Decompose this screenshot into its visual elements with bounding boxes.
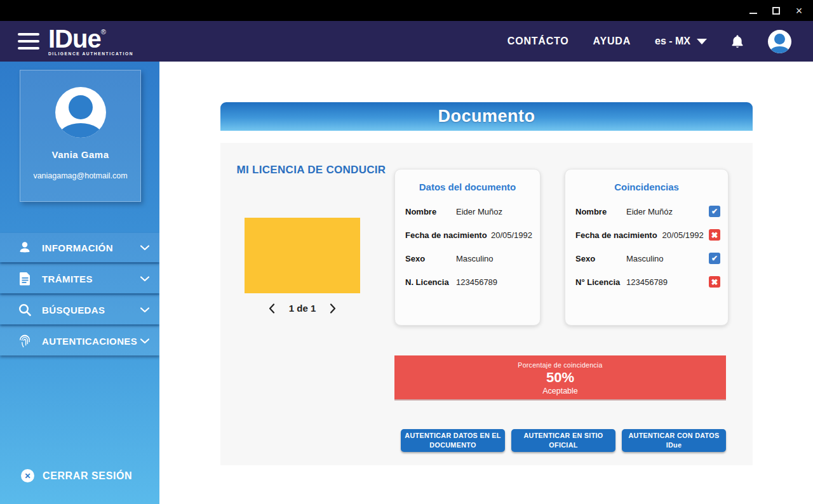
sidebar: Vania Gama vaniagamag@hotmail.com INFORM…: [0, 62, 159, 504]
match-percentage-value: 50%: [394, 369, 726, 386]
hamburger-menu-icon[interactable]: [18, 33, 39, 50]
logout-label: CERRAR SESIÓN: [43, 470, 132, 482]
page-title: Documento: [438, 107, 535, 126]
document-data-card: Datos del documento Nombre Eider Muñoz F…: [394, 169, 541, 326]
row-value: Eider Muñoz: [456, 207, 502, 216]
page-indicator: 1 de 1: [289, 303, 316, 314]
row-value: Masculino: [626, 254, 664, 263]
language-value: es - MX: [655, 36, 690, 47]
match-row: Sexo Masculino: [575, 253, 720, 264]
nav-contact-link[interactable]: CONTÁCTO: [507, 36, 569, 47]
app-logo: IDue® DILIGENCE AUTHENTICATION: [48, 27, 133, 56]
data-row: Sexo Masculino: [405, 253, 532, 264]
match-cross-icon: [709, 276, 720, 288]
row-label: Fecha de nacimiento: [575, 230, 657, 240]
fingerprint-icon: [17, 334, 33, 348]
logout-button[interactable]: ✕ CERRAR SESIÓN: [0, 469, 159, 482]
sidebar-item-busquedas[interactable]: BÚSQUEDAS: [0, 295, 159, 324]
close-circle-icon: ✕: [21, 469, 34, 482]
match-row: Fecha de nacimiento 20/05/1992: [575, 229, 720, 241]
authenticate-document-data-button[interactable]: AUTENTICAR DATOS EN EL DOCUMENTO: [401, 429, 505, 452]
window-minimize-button[interactable]: [747, 4, 760, 17]
chevron-down-icon: [140, 245, 149, 251]
sidebar-item-label: TRÁMITES: [42, 274, 93, 284]
match-row: Nombre Eider Muñóz: [575, 206, 720, 217]
profile-card: Vania Gama vaniagamag@hotmail.com: [20, 70, 141, 202]
avatar-head-icon: [69, 95, 93, 119]
row-label: Nombre: [575, 207, 621, 216]
row-value: 20/05/1992: [491, 230, 532, 240]
main-content: Documento MI LICENCIA DE CONDUCIR 1 de 1…: [159, 62, 813, 504]
chevron-down-icon: [697, 39, 707, 44]
document-icon: [17, 272, 33, 286]
document-banner: Documento: [220, 102, 753, 131]
match-percentage-banner: Porcentaje de coincidencia 50% Aceptable: [394, 355, 726, 399]
match-check-icon: [709, 253, 720, 264]
chevron-down-icon: [140, 307, 149, 313]
search-icon: [17, 303, 33, 317]
notifications-button[interactable]: [731, 34, 744, 49]
profile-email: vaniagamag@hotmail.com: [20, 171, 140, 180]
minimize-icon: [749, 13, 757, 14]
close-icon: ×: [796, 5, 803, 17]
match-check-icon: [709, 206, 720, 217]
authenticate-idue-data-button[interactable]: AUTENTICAR CON DATOS IDue: [622, 429, 726, 452]
language-selector[interactable]: es - MX: [655, 36, 707, 47]
avatar-head-icon: [774, 34, 785, 44]
maximize-icon: [772, 7, 780, 15]
sidebar-item-autenticaciones[interactable]: AUTENTICACIONES: [0, 326, 159, 355]
match-cross-icon: [709, 229, 720, 241]
row-label: N. Licencia: [405, 277, 451, 287]
match-status: Aceptable: [394, 387, 726, 395]
bell-icon: [731, 34, 744, 49]
document-panel: MI LICENCIA DE CONDUCIR 1 de 1 Datos del…: [220, 143, 753, 465]
document-image-preview: [245, 218, 360, 293]
data-row: Fecha de nacimiento 20/05/1992: [405, 229, 532, 241]
next-page-button[interactable]: [330, 303, 336, 314]
registered-mark: ®: [101, 28, 106, 36]
sidebar-menu: INFORMACIÓN TRÁMITES BÚSQUEDAS: [0, 233, 159, 357]
row-label: Sexo: [405, 254, 451, 263]
row-label: Sexo: [575, 254, 621, 263]
data-row: N. Licencia 123456789: [405, 276, 532, 288]
authenticate-official-site-button[interactable]: AUTENTICAR EN SITIO OFICIAL: [511, 429, 615, 452]
logo-brand-text: IDue: [48, 25, 101, 53]
nav-help-link[interactable]: AYUDA: [593, 36, 631, 47]
row-value: 123456789: [456, 277, 497, 287]
row-value: 123456789: [626, 277, 668, 287]
avatar-body-icon: [58, 123, 104, 138]
match-percentage-label: Porcentaje de coincidencia: [394, 361, 726, 369]
match-row: N° Licencia 123456789: [575, 276, 720, 288]
app-header: IDue® DILIGENCE AUTHENTICATION CONTÁCTO …: [0, 21, 813, 62]
document-title: MI LICENCIA DE CONDUCIR: [232, 163, 391, 178]
actions-row: AUTENTICAR DATOS EN EL DOCUMENTO AUTENTI…: [401, 429, 726, 452]
previous-page-button[interactable]: [269, 303, 275, 314]
logo-tagline: DILIGENCE AUTHENTICATION: [48, 51, 133, 56]
sidebar-item-label: INFORMACIÓN: [42, 242, 113, 253]
window-maximize-button[interactable]: [770, 4, 783, 17]
window-close-button[interactable]: ×: [793, 4, 805, 17]
window-titlebar: ×: [0, 0, 813, 21]
row-value: Eider Muñóz: [626, 207, 673, 216]
sidebar-item-label: AUTENTICACIONES: [42, 336, 137, 347]
chevron-down-icon: [140, 276, 149, 282]
row-value: 20/05/1992: [662, 230, 704, 240]
card-title: Datos del documento: [395, 182, 540, 192]
sidebar-item-label: BÚSQUEDAS: [42, 305, 105, 315]
matches-card: Coincidencias Nombre Eider Muñóz Fecha d…: [565, 169, 729, 326]
profile-avatar: [55, 87, 106, 138]
chevron-down-icon: [140, 338, 149, 344]
profile-name: Vania Gama: [20, 149, 140, 160]
pagination: 1 de 1: [245, 303, 360, 314]
user-icon: [17, 241, 33, 255]
data-row: Nombre Eider Muñoz: [405, 206, 532, 217]
sidebar-item-tramites[interactable]: TRÁMITES: [0, 264, 159, 293]
row-label: N° Licencia: [575, 277, 621, 287]
row-value: Masculino: [456, 254, 494, 263]
avatar-body-icon: [769, 46, 790, 53]
row-label: Nombre: [405, 207, 451, 216]
card-title: Coincidencias: [565, 182, 728, 192]
user-avatar[interactable]: [768, 30, 791, 53]
row-label: Fecha de nacimiento: [405, 230, 486, 240]
sidebar-item-informacion[interactable]: INFORMACIÓN: [0, 233, 159, 262]
